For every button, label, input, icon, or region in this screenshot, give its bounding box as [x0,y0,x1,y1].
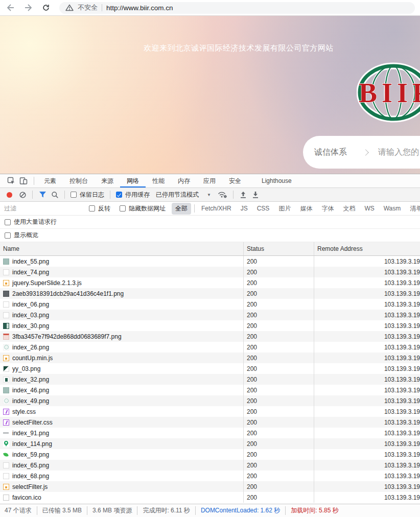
table-row[interactable]: index_114.png200103.139.3.19 [0,438,420,449]
tab-控制台[interactable]: 控制台 [63,174,95,187]
reload-icon[interactable] [42,4,50,12]
filter-chip[interactable]: WS [361,203,378,214]
checkbox-unchecked-icon[interactable] [89,205,95,212]
table-row[interactable]: 3fba3457e7f942de868dd0683689f7.png200103… [0,331,420,342]
table-row[interactable]: index_26.png200103.139.3.19 [0,342,420,353]
table-row[interactable]: index_91.png200103.139.3.19 [0,428,420,438]
checkbox-unchecked-icon[interactable] [120,205,126,212]
table-row[interactable]: index_59.png200103.139.3.19 [0,449,420,460]
search-category-select[interactable]: 诚信体系 [314,147,363,158]
table-row[interactable]: 2aeb39318391dcb29ac41d36c4e1f1.png200103… [0,288,420,299]
back-icon[interactable] [6,4,15,12]
tab-来源[interactable]: 来源 [95,174,120,187]
table-row[interactable]: yy_03.png200103.139.3.19 [0,363,420,374]
filter-chip[interactable]: 清单 [406,203,420,215]
network-summary-bar: 47 个请求已传输 3.5 MB3.6 MB 项资源完成用时: 6.11 秒DO… [0,504,420,517]
network-conditions-icon[interactable] [216,189,229,201]
inspect-element-icon[interactable] [5,175,17,187]
address-bar[interactable]: 不安全 http://www.biir.com.cn [59,2,415,14]
filter-chip[interactable]: Fetch/XHR [198,203,235,214]
table-row[interactable]: index_46.png200103.139.3.19 [0,385,420,395]
biir-globe-logo: BIIR [357,61,420,127]
request-name: selectFilter.css [12,419,53,426]
filter-chip[interactable]: 文档 [339,203,359,215]
filter-chip[interactable]: 图片 [275,203,294,215]
checkbox-unchecked-icon[interactable] [71,192,77,198]
table-row[interactable]: style.css200103.139.3.19 [0,406,420,417]
tab-应用[interactable]: 应用 [197,174,222,187]
table-row[interactable]: index_55.png200103.139.3.19 [0,256,420,267]
filter-chip[interactable]: 字体 [318,203,337,215]
table-row[interactable]: index_65.png200103.139.3.19 [0,460,420,471]
hide-data-urls-checkbox[interactable]: 隐藏数据网址 [118,204,168,213]
filter-icon[interactable] [36,189,49,201]
filter-chip[interactable]: 全部 [172,203,191,215]
filter-input[interactable] [4,205,82,212]
request-name: index_59.png [12,451,49,458]
request-remote-address: 103.139.3.19 [314,471,420,481]
table-row[interactable]: index_32.png200103.139.3.19 [0,374,420,385]
throttling-select[interactable]: 已停用节流模式 [156,191,199,199]
table-row[interactable]: index_30.png200103.139.3.19 [0,320,420,331]
import-har-icon[interactable] [237,189,249,201]
tab-Lighthouse[interactable]: Lighthouse [255,174,298,187]
filter-chip[interactable]: Wasm [380,203,405,214]
invert-checkbox[interactable]: 反转 [87,204,112,213]
tab-性能[interactable]: 性能 [146,174,171,187]
forward-icon[interactable] [24,4,33,12]
request-status: 200 [243,471,314,481]
request-name: index_46.png [12,387,49,394]
tab-安全[interactable]: 安全 [222,174,248,187]
tab-元素[interactable]: 元素 [37,174,63,187]
table-row[interactable]: favicon.ico200103.139.3.19 [0,492,420,503]
search-icon[interactable] [49,189,61,201]
column-header-remote-address[interactable]: Remote Address [314,242,420,255]
table-row[interactable]: countUp.min.js200103.139.3.19 [0,353,420,363]
tab-内存[interactable]: 内存 [171,174,197,187]
dropdown-arrow-icon[interactable]: ▼ [207,193,211,197]
table-row[interactable]: index_49.png200103.139.3.19 [0,395,420,406]
table-row[interactable]: index_68.png200103.139.3.19 [0,471,420,481]
request-name: 3fba3457e7f942de868dd0683689f7.png [12,333,122,340]
status-item: 3.6 MB 项资源 [87,506,137,515]
preserve-log-checkbox[interactable]: 保留日志 [68,191,106,199]
record-icon[interactable] [7,192,12,198]
url-text[interactable]: http://www.biir.com.cn [106,4,173,12]
column-header-status[interactable]: Status [243,242,314,255]
security-label[interactable]: 不安全 [78,3,98,12]
request-remote-address: 103.139.3.19 [314,374,420,385]
checkbox-unchecked-icon[interactable] [5,232,11,239]
tab-网络[interactable]: 网络 [120,174,146,187]
big-request-rows-option[interactable]: 使用大量请求行 [0,216,420,229]
site-search-box[interactable]: 诚信体系 [303,136,420,169]
request-remote-address: 103.139.3.19 [314,353,420,363]
device-toolbar-icon[interactable] [17,175,30,187]
filter-chip[interactable]: JS [237,203,251,214]
table-row[interactable]: selectFilter.css200103.139.3.19 [0,417,420,428]
filter-chip[interactable]: 媒体 [296,203,316,215]
checkbox-unchecked-icon[interactable] [5,219,11,225]
checkbox-checked-icon[interactable] [116,192,122,198]
request-remote-address: 103.139.3.19 [314,363,420,374]
not-secure-warning-icon[interactable] [65,4,74,11]
request-remote-address: 103.139.3.19 [314,460,420,471]
table-row[interactable]: index_03.png200103.139.3.19 [0,310,420,320]
table-row[interactable]: index_74.png200103.139.3.19 [0,267,420,277]
status-item: DOMContentLoaded: 1.62 秒 [195,506,285,515]
status-item: 已传输 3.5 MB [37,506,87,515]
table-row[interactable]: selectFilter.js200103.139.3.19 [0,481,420,492]
request-name: index_26.png [12,344,49,351]
show-overview-option[interactable]: 显示概览 [0,229,420,242]
filter-chip[interactable]: CSS [253,203,273,214]
request-remote-address: 103.139.3.19 [314,449,420,460]
table-row[interactable]: jquery.SuperSlide.2.1.3.js200103.139.3.1… [0,277,420,288]
disable-cache-checkbox[interactable]: 停用缓存 [114,191,152,199]
export-har-icon[interactable] [249,189,262,201]
table-row[interactable]: index_06.png200103.139.3.19 [0,299,420,310]
request-status: 200 [243,481,314,492]
browser-toolbar: 不安全 http://www.biir.com.cn [0,0,420,16]
search-input[interactable] [378,148,420,157]
column-header-name[interactable]: Name [0,242,243,255]
request-remote-address: 103.139.3.19 [314,406,420,417]
clear-icon[interactable] [16,189,29,201]
